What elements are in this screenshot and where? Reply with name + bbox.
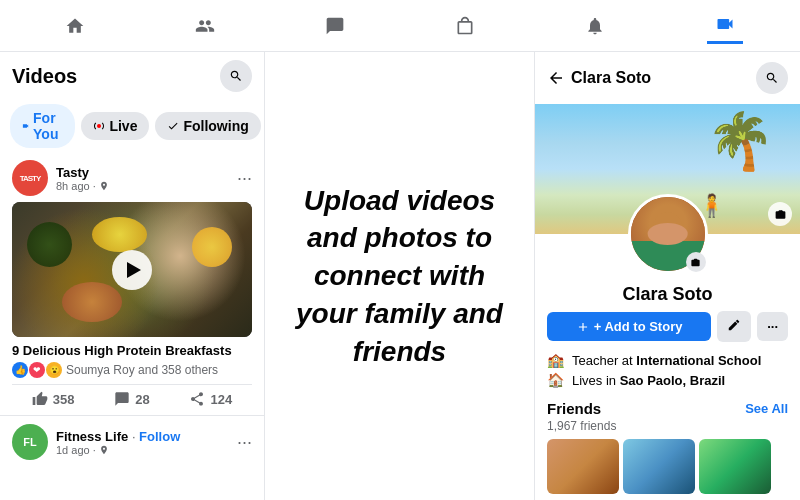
video-thumbnail[interactable] [12, 202, 252, 337]
profile-panel: Clara Soto 🌴 🧍 [535, 52, 800, 500]
friend-thumbnail-2[interactable] [623, 439, 695, 494]
video-title: 9 Delicious High Protein Breakfasts [12, 343, 252, 358]
heart-reaction: ❤ [29, 362, 45, 378]
share-button[interactable]: 124 [189, 391, 232, 407]
nav-home[interactable] [57, 8, 93, 44]
friends-count: 1,967 friends [547, 419, 788, 433]
profile-info: 🏫 Teacher at International School 🏠 Live… [535, 352, 800, 392]
main-layout: Videos For You Live Following [0, 52, 800, 500]
video-reactions: 👍 ❤ 😮 Soumya Roy and 358 others [12, 362, 252, 378]
work-text: Teacher at International School [572, 353, 761, 368]
middle-panel: Upload videos and photos to connect with… [265, 52, 535, 500]
videos-title: Videos [12, 65, 77, 88]
fl-avatar: FL [12, 424, 48, 460]
more-options-button[interactable]: ··· [757, 312, 788, 341]
tasty-avatar: TASTY [12, 160, 48, 196]
cover-camera-button[interactable] [768, 202, 792, 226]
location-text: Lives in Sao Paolo, Brazil [572, 373, 725, 388]
work-icon: 🏫 [547, 352, 564, 368]
nav-messenger[interactable] [317, 8, 353, 44]
post2-header: FL Fitness Life · Follow 1d ago · [12, 424, 252, 460]
friends-header: Friends See All [547, 400, 788, 417]
friends-label: Friends [547, 400, 601, 417]
comment-button[interactable]: 28 [114, 391, 149, 407]
nav-marketplace[interactable] [447, 8, 483, 44]
tab-for-you[interactable]: For You [10, 104, 75, 148]
info-location: 🏠 Lives in Sao Paolo, Brazil [547, 372, 788, 388]
tab-following[interactable]: Following [155, 112, 260, 140]
friends-grid [547, 439, 788, 494]
profile-actions: + Add to Story ··· [535, 311, 800, 342]
wow-reaction: 😮 [46, 362, 62, 378]
like-reaction: 👍 [12, 362, 28, 378]
info-work: 🏫 Teacher at International School [547, 352, 788, 368]
videos-search-button[interactable] [220, 60, 252, 92]
profile-display-name: Clara Soto [535, 284, 800, 305]
tab-live-label: Live [109, 118, 137, 134]
post2-name: Fitness Life · Follow [56, 429, 180, 444]
friend-thumbnail-1[interactable] [547, 439, 619, 494]
svg-point-0 [97, 124, 101, 128]
friends-section: Friends See All 1,967 friends [535, 392, 800, 494]
profile-name-header: Clara Soto [571, 69, 651, 87]
post2-more-button[interactable]: ··· [237, 432, 252, 453]
play-button[interactable] [112, 250, 152, 290]
follow-button[interactable]: Follow [139, 429, 180, 444]
video-tabs: For You Live Following [0, 100, 264, 152]
post-author: TASTY Tasty 8h ago · [12, 160, 109, 196]
nav-notifications[interactable] [577, 8, 613, 44]
back-button[interactable]: Clara Soto [547, 69, 651, 87]
tab-live[interactable]: Live [81, 112, 149, 140]
post2-meta: 1d ago · [56, 444, 180, 456]
promo-text: Upload videos and photos to connect with… [270, 162, 530, 391]
nav-video[interactable] [707, 8, 743, 44]
author-name: Tasty [56, 165, 109, 180]
post-header: TASTY Tasty 8h ago · ··· [12, 160, 252, 196]
left-panel: Videos For You Live Following [0, 52, 265, 500]
post-fitness-life: FL Fitness Life · Follow 1d ago · [0, 415, 264, 474]
add-story-button[interactable]: + Add to Story [547, 312, 711, 341]
profile-photo-area [535, 194, 800, 278]
author-meta: 8h ago · [56, 180, 109, 192]
friend-thumbnail-3[interactable] [699, 439, 771, 494]
nav-friends[interactable] [187, 8, 223, 44]
see-all-friends[interactable]: See All [745, 401, 788, 416]
profile-top-header: Clara Soto [535, 52, 800, 104]
tab-following-label: Following [183, 118, 248, 134]
like-button[interactable]: 358 [32, 391, 75, 407]
post2-author: FL Fitness Life · Follow 1d ago · [12, 424, 180, 460]
profile-camera-button[interactable] [686, 252, 706, 272]
profile-search-button[interactable] [756, 62, 788, 94]
videos-header: Videos [0, 52, 264, 100]
edit-profile-button[interactable] [717, 311, 751, 342]
post-tasty: TASTY Tasty 8h ago · ··· [0, 152, 264, 415]
top-navigation [0, 0, 800, 52]
action-bar: 358 28 124 [12, 384, 252, 407]
tab-for-you-label: For You [33, 110, 63, 142]
post-more-button[interactable]: ··· [237, 168, 252, 189]
home-icon: 🏠 [547, 372, 564, 388]
